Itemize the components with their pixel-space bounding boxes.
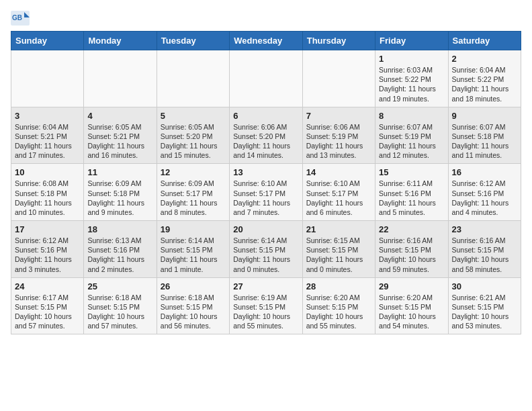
calendar-cell: 24Sunrise: 6:17 AM Sunset: 5:15 PM Dayli…: [11, 277, 84, 334]
weekday-header-sunday: Sunday: [11, 32, 84, 50]
day-number: 4: [87, 111, 152, 121]
calendar-cell: 23Sunrise: 6:16 AM Sunset: 5:15 PM Dayli…: [448, 221, 521, 278]
calendar-week-5: 24Sunrise: 6:17 AM Sunset: 5:15 PM Dayli…: [11, 277, 521, 334]
day-number: 30: [452, 281, 517, 291]
day-info: Sunrise: 6:06 AM Sunset: 5:19 PM Dayligh…: [306, 122, 371, 161]
calendar-cell: [230, 50, 302, 107]
day-info: Sunrise: 6:07 AM Sunset: 5:19 PM Dayligh…: [379, 122, 444, 161]
calendar-table: SundayMondayTuesdayWednesdayThursdayFrid…: [11, 31, 521, 334]
logo: GB: [11, 11, 32, 26]
calendar-cell: 6Sunrise: 6:06 AM Sunset: 5:20 PM Daylig…: [230, 107, 302, 164]
weekday-header-row: SundayMondayTuesdayWednesdayThursdayFrid…: [11, 32, 521, 50]
weekday-header-monday: Monday: [84, 32, 157, 50]
day-number: 8: [379, 111, 444, 121]
day-number: 7: [306, 111, 371, 121]
calendar-cell: 28Sunrise: 6:20 AM Sunset: 5:15 PM Dayli…: [302, 277, 375, 334]
weekday-header-saturday: Saturday: [448, 32, 521, 50]
calendar-cell: 4Sunrise: 6:05 AM Sunset: 5:21 PM Daylig…: [84, 107, 157, 164]
day-number: 29: [379, 281, 444, 291]
calendar-cell: 15Sunrise: 6:11 AM Sunset: 5:16 PM Dayli…: [375, 164, 448, 221]
day-info: Sunrise: 6:09 AM Sunset: 5:18 PM Dayligh…: [87, 179, 152, 217]
day-number: 23: [452, 224, 517, 234]
calendar-body: 1Sunrise: 6:03 AM Sunset: 5:22 PM Daylig…: [11, 50, 521, 334]
calendar-cell: 2Sunrise: 6:04 AM Sunset: 5:22 PM Daylig…: [448, 50, 521, 107]
calendar-cell: 19Sunrise: 6:14 AM Sunset: 5:15 PM Dayli…: [157, 221, 229, 278]
day-number: 27: [233, 281, 298, 291]
day-info: Sunrise: 6:12 AM Sunset: 5:16 PM Dayligh…: [452, 179, 517, 217]
day-info: Sunrise: 6:10 AM Sunset: 5:17 PM Dayligh…: [233, 179, 298, 217]
day-info: Sunrise: 6:15 AM Sunset: 5:15 PM Dayligh…: [306, 236, 371, 274]
calendar-cell: 27Sunrise: 6:19 AM Sunset: 5:15 PM Dayli…: [230, 277, 302, 334]
calendar-cell: [11, 50, 84, 107]
day-info: Sunrise: 6:14 AM Sunset: 5:15 PM Dayligh…: [161, 236, 226, 274]
calendar-cell: [84, 50, 157, 107]
page-header: GB: [11, 11, 521, 26]
day-number: 20: [233, 224, 298, 234]
day-number: 2: [452, 54, 517, 64]
day-number: 19: [161, 224, 226, 234]
day-info: Sunrise: 6:04 AM Sunset: 5:21 PM Dayligh…: [15, 122, 80, 161]
day-number: 1: [379, 54, 444, 64]
day-info: Sunrise: 6:18 AM Sunset: 5:15 PM Dayligh…: [87, 293, 152, 331]
svg-text:GB: GB: [12, 14, 22, 21]
calendar-cell: 14Sunrise: 6:10 AM Sunset: 5:17 PM Dayli…: [302, 164, 375, 221]
calendar-cell: 13Sunrise: 6:10 AM Sunset: 5:17 PM Dayli…: [230, 164, 302, 221]
calendar-cell: 10Sunrise: 6:08 AM Sunset: 5:18 PM Dayli…: [11, 164, 84, 221]
calendar-cell: 25Sunrise: 6:18 AM Sunset: 5:15 PM Dayli…: [84, 277, 157, 334]
day-number: 11: [87, 167, 152, 177]
calendar-cell: 7Sunrise: 6:06 AM Sunset: 5:19 PM Daylig…: [302, 107, 375, 164]
calendar-cell: [302, 50, 375, 107]
day-number: 3: [15, 111, 80, 121]
calendar-cell: 30Sunrise: 6:21 AM Sunset: 5:15 PM Dayli…: [448, 277, 521, 334]
day-number: 25: [87, 281, 152, 291]
calendar-cell: 12Sunrise: 6:09 AM Sunset: 5:17 PM Dayli…: [157, 164, 229, 221]
day-number: 21: [306, 224, 371, 234]
day-info: Sunrise: 6:19 AM Sunset: 5:15 PM Dayligh…: [233, 293, 298, 331]
calendar-cell: 29Sunrise: 6:20 AM Sunset: 5:15 PM Dayli…: [375, 277, 448, 334]
day-number: 17: [15, 224, 80, 234]
day-info: Sunrise: 6:08 AM Sunset: 5:18 PM Dayligh…: [15, 179, 80, 217]
day-number: 14: [306, 167, 371, 177]
day-number: 22: [379, 224, 444, 234]
calendar-cell: 11Sunrise: 6:09 AM Sunset: 5:18 PM Dayli…: [84, 164, 157, 221]
calendar-cell: 8Sunrise: 6:07 AM Sunset: 5:19 PM Daylig…: [375, 107, 448, 164]
day-info: Sunrise: 6:07 AM Sunset: 5:18 PM Dayligh…: [452, 122, 517, 161]
day-info: Sunrise: 6:10 AM Sunset: 5:17 PM Dayligh…: [306, 179, 371, 217]
calendar-cell: 18Sunrise: 6:13 AM Sunset: 5:16 PM Dayli…: [84, 221, 157, 278]
calendar-cell: [157, 50, 229, 107]
day-info: Sunrise: 6:04 AM Sunset: 5:22 PM Dayligh…: [452, 65, 517, 103]
day-info: Sunrise: 6:05 AM Sunset: 5:21 PM Dayligh…: [87, 122, 152, 161]
day-info: Sunrise: 6:03 AM Sunset: 5:22 PM Dayligh…: [379, 65, 444, 103]
calendar-week-4: 17Sunrise: 6:12 AM Sunset: 5:16 PM Dayli…: [11, 221, 521, 278]
calendar-week-3: 10Sunrise: 6:08 AM Sunset: 5:18 PM Dayli…: [11, 164, 521, 221]
calendar-cell: 1Sunrise: 6:03 AM Sunset: 5:22 PM Daylig…: [375, 50, 448, 107]
day-number: 9: [452, 111, 517, 121]
calendar-cell: 5Sunrise: 6:05 AM Sunset: 5:20 PM Daylig…: [157, 107, 229, 164]
calendar-cell: 17Sunrise: 6:12 AM Sunset: 5:16 PM Dayli…: [11, 221, 84, 278]
day-info: Sunrise: 6:17 AM Sunset: 5:15 PM Dayligh…: [15, 293, 80, 331]
day-info: Sunrise: 6:11 AM Sunset: 5:16 PM Dayligh…: [379, 179, 444, 217]
day-info: Sunrise: 6:09 AM Sunset: 5:17 PM Dayligh…: [161, 179, 226, 217]
weekday-header-wednesday: Wednesday: [230, 32, 302, 50]
day-number: 24: [15, 281, 80, 291]
weekday-header-thursday: Thursday: [302, 32, 375, 50]
day-info: Sunrise: 6:16 AM Sunset: 5:15 PM Dayligh…: [379, 236, 444, 274]
day-number: 6: [233, 111, 298, 121]
weekday-header-friday: Friday: [375, 32, 448, 50]
logo-icon: GB: [11, 11, 30, 26]
calendar-week-1: 1Sunrise: 6:03 AM Sunset: 5:22 PM Daylig…: [11, 50, 521, 107]
day-info: Sunrise: 6:13 AM Sunset: 5:16 PM Dayligh…: [87, 236, 152, 274]
day-info: Sunrise: 6:20 AM Sunset: 5:15 PM Dayligh…: [379, 293, 444, 331]
day-number: 5: [161, 111, 226, 121]
calendar-cell: 21Sunrise: 6:15 AM Sunset: 5:15 PM Dayli…: [302, 221, 375, 278]
calendar-cell: 26Sunrise: 6:18 AM Sunset: 5:15 PM Dayli…: [157, 277, 229, 334]
day-info: Sunrise: 6:20 AM Sunset: 5:15 PM Dayligh…: [306, 293, 371, 331]
calendar-cell: 20Sunrise: 6:14 AM Sunset: 5:15 PM Dayli…: [230, 221, 302, 278]
day-info: Sunrise: 6:06 AM Sunset: 5:20 PM Dayligh…: [233, 122, 298, 161]
day-number: 18: [87, 224, 152, 234]
calendar-cell: 22Sunrise: 6:16 AM Sunset: 5:15 PM Dayli…: [375, 221, 448, 278]
day-number: 28: [306, 281, 371, 291]
day-info: Sunrise: 6:16 AM Sunset: 5:15 PM Dayligh…: [452, 236, 517, 274]
day-number: 10: [15, 167, 80, 177]
calendar-cell: 3Sunrise: 6:04 AM Sunset: 5:21 PM Daylig…: [11, 107, 84, 164]
